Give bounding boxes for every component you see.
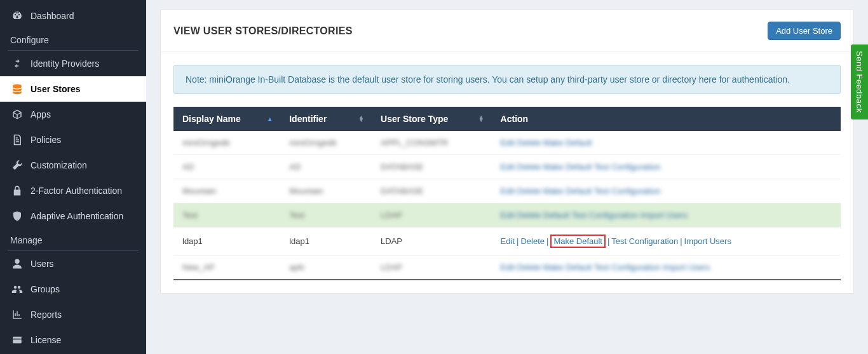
table-row: ldap1 ldap1 LDAP Edit|Delete|Make Defaul… xyxy=(173,228,841,255)
sidebar-section-configure: Configure xyxy=(0,29,146,49)
wrench-icon xyxy=(10,159,24,172)
table-row: AD AD DATABASE Edit Delete Make Default … xyxy=(173,155,841,179)
sidebar-item-2fa[interactable]: 2-Factor Authentication xyxy=(0,178,146,203)
delete-link[interactable]: Delete xyxy=(520,236,545,246)
shield-icon xyxy=(10,210,24,222)
cell-identifier: ldap1 xyxy=(280,228,372,255)
blurred-text: Test xyxy=(289,210,304,220)
sidebar-item-label: Adaptive Authentication xyxy=(31,211,123,221)
sidebar-item-label: License xyxy=(31,335,61,345)
blurred-text: APPL_CONSMTR xyxy=(381,138,448,147)
sidebar-item-customization[interactable]: Customization xyxy=(0,153,146,178)
blurred-text: Mountain xyxy=(289,186,323,196)
sidebar-item-user-stores[interactable]: User Stores xyxy=(0,76,146,102)
blurred-text: New_AP xyxy=(182,262,215,272)
swap-icon xyxy=(10,57,24,70)
sidebar-item-label: Groups xyxy=(31,284,60,294)
user-stores-card: VIEW USER STORES/DIRECTORIES Add User St… xyxy=(160,10,854,294)
chart-icon xyxy=(10,308,24,321)
page-title: VIEW USER STORES/DIRECTORIES xyxy=(173,25,353,37)
edit-link[interactable]: Edit xyxy=(501,236,515,246)
blurred-text: Edit Delete Make Default Test Configurat… xyxy=(501,262,710,272)
table-row: Mountain Mountain DATABASE Edit Delete M… xyxy=(173,179,841,203)
sidebar-item-users[interactable]: Users xyxy=(0,251,146,276)
info-note: Note: miniOrange In-Built Database is th… xyxy=(173,65,841,94)
gauge-icon xyxy=(10,10,24,22)
stack-icon xyxy=(10,83,24,95)
sidebar-section-manage: Manage xyxy=(0,229,146,249)
import-users-link[interactable]: Import Users xyxy=(684,236,731,246)
blurred-text: Test xyxy=(182,210,198,220)
blurred-text: miniOrngedb xyxy=(289,138,336,147)
blurred-text: AD xyxy=(182,162,194,172)
th-display-name[interactable]: Display Name▲ xyxy=(173,107,280,131)
sidebar-item-dashboard[interactable]: Dashboard xyxy=(0,3,146,29)
blurred-text: DATABASE xyxy=(381,162,423,172)
sidebar-item-identity-providers[interactable]: Identity Providers xyxy=(0,51,146,76)
th-identifier[interactable]: Identifier▲▼ xyxy=(280,107,372,131)
user-icon xyxy=(10,257,24,270)
blurred-text: LDAP xyxy=(381,262,402,272)
main-content: VIEW USER STORES/DIRECTORIES Add User St… xyxy=(146,0,868,354)
blurred-text: Edit Delete Make Default Test Configurat… xyxy=(501,186,661,196)
table-row: New_AP apfc LDAP Edit Delete Make Defaul… xyxy=(173,255,841,280)
add-user-store-button[interactable]: Add User Store xyxy=(768,22,841,40)
sidebar: Dashboard Configure Identity Providers U… xyxy=(0,0,146,354)
sidebar-item-policies[interactable]: Policies xyxy=(0,127,146,153)
card-header: VIEW USER STORES/DIRECTORIES Add User St… xyxy=(161,10,853,52)
send-feedback-button[interactable]: Send Feedback xyxy=(851,44,868,119)
cell-actions: Edit|Delete|Make Default|Test Configurat… xyxy=(492,228,841,255)
sidebar-item-label: Users xyxy=(31,259,54,269)
blurred-text: apfc xyxy=(289,262,305,272)
user-stores-table: Display Name▲ Identifier▲▼ User Store Ty… xyxy=(173,107,841,280)
sidebar-item-label: 2-Factor Authentication xyxy=(31,186,122,196)
sort-icon: ▲▼ xyxy=(358,116,364,122)
sidebar-item-label: Reports xyxy=(31,310,62,320)
th-type[interactable]: User Store Type▲▼ xyxy=(372,107,492,131)
test-config-link[interactable]: Test Configuration xyxy=(611,236,678,246)
table-row: miniOrngedb miniOrngedb APPL_CONSMTR Edi… xyxy=(173,131,841,155)
cell-display: ldap1 xyxy=(173,228,280,255)
blurred-text: Edit Delete Default Test Configuration I… xyxy=(501,210,688,220)
blurred-text: Mountain xyxy=(182,186,216,196)
sort-asc-icon: ▲ xyxy=(267,118,273,121)
sidebar-item-label: Customization xyxy=(31,160,87,170)
table-row: Test Test LDAP Edit Delete Default Test … xyxy=(173,203,841,228)
blurred-text: LDAP xyxy=(381,210,402,220)
blurred-text: Edit Delete Make Default xyxy=(501,138,592,147)
make-default-highlight: Make Default xyxy=(550,235,606,248)
sort-icon: ▲▼ xyxy=(478,116,484,122)
sidebar-item-reports[interactable]: Reports xyxy=(0,302,146,327)
card-icon xyxy=(10,334,24,346)
blurred-text: AD xyxy=(289,162,301,172)
sidebar-item-label: Dashboard xyxy=(31,11,74,21)
blurred-text: miniOrngedb xyxy=(182,138,229,147)
blurred-text: Edit Delete Make Default Test Configurat… xyxy=(501,162,661,172)
sidebar-item-label: User Stores xyxy=(31,84,81,94)
th-action: Action xyxy=(492,107,841,131)
sidebar-item-label: Identity Providers xyxy=(31,58,99,69)
doc-icon xyxy=(10,133,24,146)
cell-type: LDAP xyxy=(372,228,492,255)
blurred-text: DATABASE xyxy=(381,186,423,196)
sidebar-item-apps[interactable]: Apps xyxy=(0,102,146,127)
sidebar-item-label: Policies xyxy=(31,135,61,145)
sidebar-item-license[interactable]: License xyxy=(0,327,146,353)
sidebar-item-adaptive-auth[interactable]: Adaptive Authentication xyxy=(0,203,146,229)
cube-icon xyxy=(10,108,24,121)
users-icon xyxy=(10,283,24,296)
make-default-link[interactable]: Make Default xyxy=(553,236,602,246)
lock-icon xyxy=(10,184,24,197)
sidebar-item-groups[interactable]: Groups xyxy=(0,276,146,302)
sidebar-item-label: Apps xyxy=(31,109,51,119)
